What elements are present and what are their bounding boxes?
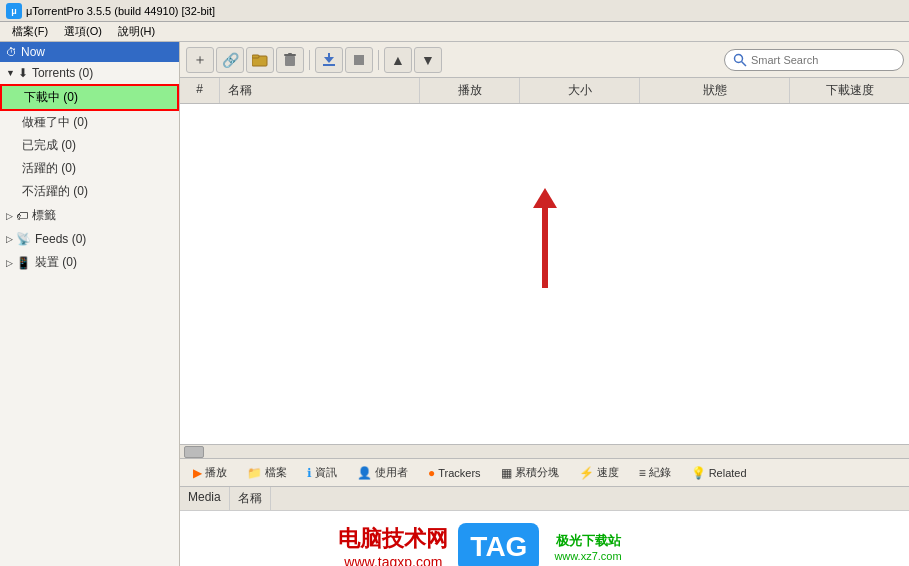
download-button[interactable] xyxy=(315,47,343,73)
title-text: μTorrentPro 3.5.5 (build 44910) [32-bit] xyxy=(26,5,215,17)
labels-expand-icon: ▷ xyxy=(6,211,13,221)
col-speed[interactable]: 下載速度 xyxy=(790,78,909,103)
watermark-line1: 电脑技术网 xyxy=(338,524,448,555)
tab-files-label: 檔案 xyxy=(265,465,287,480)
tab-speed-icon: ⚡ xyxy=(579,466,594,480)
svg-line-10 xyxy=(742,61,747,66)
sidebar-item-now[interactable]: ⏱ Now xyxy=(0,42,179,62)
devices-label: 裝置 (0) xyxy=(35,254,77,271)
search-box[interactable] xyxy=(724,49,904,71)
now-label: Now xyxy=(21,45,45,59)
labels-label: 標籤 xyxy=(32,207,56,224)
bottom-col-name: 名稱 xyxy=(230,487,271,510)
sidebar-item-inactive[interactable]: 不活躍的 (0) xyxy=(0,180,179,203)
menu-help[interactable]: 說明(H) xyxy=(110,22,163,41)
tab-log-label: 紀錄 xyxy=(649,465,671,480)
separator-2 xyxy=(378,50,379,70)
menu-bar: 檔案(F) 選項(O) 說明(H) xyxy=(0,22,909,42)
sidebar-group-labels[interactable]: ▷ 🏷 標籤 xyxy=(0,203,179,228)
table-area: # 名稱 播放 大小 狀態 下載速度 xyxy=(180,78,909,444)
now-icon: ⏱ xyxy=(6,46,17,58)
tab-related-icon: 💡 xyxy=(691,466,706,480)
svg-point-9 xyxy=(735,54,743,62)
tab-users[interactable]: 👤 使用者 xyxy=(348,462,417,483)
sidebar-group-torrents[interactable]: ▼ ⬇ Torrents (0) xyxy=(0,62,179,84)
tab-log-icon: ≡ xyxy=(639,466,646,480)
title-bar: μ μTorrentPro 3.5.5 (build 44910) [32-bi… xyxy=(0,0,909,22)
feeds-label: Feeds (0) xyxy=(35,232,86,246)
feeds-icon: 📡 xyxy=(16,232,31,246)
tab-pieces-label: 累積分塊 xyxy=(515,465,559,480)
tab-pieces-icon: ▦ xyxy=(501,466,512,480)
tab-related-label: Related xyxy=(709,467,747,479)
right-panel: ＋ 🔗 xyxy=(180,42,909,566)
svg-rect-1 xyxy=(252,55,259,58)
sidebar-item-completed[interactable]: 已完成 (0) xyxy=(0,134,179,157)
tab-info[interactable]: ℹ 資訊 xyxy=(298,462,346,483)
torrents-icon: ⬇ xyxy=(18,66,28,80)
delete-button[interactable] xyxy=(276,47,304,73)
tab-files[interactable]: 📁 檔案 xyxy=(238,462,296,483)
tab-play-label: 播放 xyxy=(205,465,227,480)
tag-badge: TAG xyxy=(458,523,539,566)
tab-pieces[interactable]: ▦ 累積分塊 xyxy=(492,462,568,483)
feeds-expand-icon: ▷ xyxy=(6,234,13,244)
down-button[interactable]: ▼ xyxy=(414,47,442,73)
add-button[interactable]: ＋ xyxy=(186,47,214,73)
devices-expand-icon: ▷ xyxy=(6,258,13,268)
right-watermark: 极光下载站 www.xz7.com xyxy=(554,532,621,562)
tab-users-label: 使用者 xyxy=(375,465,408,480)
devices-icon: 📱 xyxy=(16,256,31,270)
col-name[interactable]: 名稱 xyxy=(220,78,420,103)
h-scroll-thumb[interactable] xyxy=(184,446,204,458)
labels-icon: 🏷 xyxy=(16,209,28,223)
sidebar-item-active[interactable]: 活躍的 (0) xyxy=(0,157,179,180)
stop-button[interactable] xyxy=(345,47,373,73)
add-link-button[interactable]: 🔗 xyxy=(216,47,244,73)
menu-options[interactable]: 選項(O) xyxy=(56,22,110,41)
tab-info-icon: ℹ xyxy=(307,466,312,480)
sidebar-item-downloading[interactable]: 下載中 (0) xyxy=(0,84,179,111)
tab-play[interactable]: ▶ 播放 xyxy=(184,462,236,483)
tab-files-icon: 📁 xyxy=(247,466,262,480)
torrents-label: Torrents (0) xyxy=(32,66,93,80)
arrow-up-shape xyxy=(533,188,557,208)
sidebar-group-devices[interactable]: ▷ 📱 裝置 (0) xyxy=(0,250,179,275)
tab-related[interactable]: 💡 Related xyxy=(682,463,756,483)
tab-users-icon: 👤 xyxy=(357,466,372,480)
right-watermark-line1: 极光下载站 xyxy=(554,532,621,550)
svg-rect-4 xyxy=(288,53,292,55)
tab-play-icon: ▶ xyxy=(193,466,202,480)
tab-log[interactable]: ≡ 紀錄 xyxy=(630,462,680,483)
svg-rect-8 xyxy=(354,55,364,65)
col-hash[interactable]: # xyxy=(180,78,220,103)
toolbar: ＋ 🔗 xyxy=(180,42,909,78)
bottom-col-media: Media xyxy=(180,487,230,510)
bottom-content: Media 名稱 电脑技术网 www.tagxp.com TAG 极光下载站 w… xyxy=(180,486,909,566)
col-size[interactable]: 大小 xyxy=(520,78,640,103)
table-header: # 名稱 播放 大小 狀態 下載速度 xyxy=(180,78,909,104)
bottom-content-header: Media 名稱 xyxy=(180,487,909,511)
right-watermark-line2: www.xz7.com xyxy=(554,550,621,562)
search-icon xyxy=(733,53,747,67)
tab-trackers-icon: ● xyxy=(428,466,435,480)
tab-speed-label: 速度 xyxy=(597,465,619,480)
sidebar-group-feeds[interactable]: ▷ 📡 Feeds (0) xyxy=(0,228,179,250)
open-folder-button[interactable] xyxy=(246,47,274,73)
up-button[interactable]: ▲ xyxy=(384,47,412,73)
bottom-tabs: ▶ 播放 📁 檔案 ℹ 資訊 👤 使用者 ● Trackers ▦ 累積分塊 xyxy=(180,458,909,486)
search-input[interactable] xyxy=(751,54,895,66)
svg-rect-6 xyxy=(328,53,330,58)
tab-speed[interactable]: ⚡ 速度 xyxy=(570,462,628,483)
watermark-line2: www.tagxp.com xyxy=(338,554,448,566)
h-scrollbar[interactable] xyxy=(180,444,909,458)
watermark-content: 电脑技术网 www.tagxp.com xyxy=(338,524,448,566)
col-play[interactable]: 播放 xyxy=(420,78,520,103)
app-icon: μ xyxy=(6,3,22,19)
tab-info-label: 資訊 xyxy=(315,465,337,480)
menu-file[interactable]: 檔案(F) xyxy=(4,22,56,41)
sidebar-item-seeding[interactable]: 做種了中 (0) xyxy=(0,111,179,134)
tab-trackers[interactable]: ● Trackers xyxy=(419,463,490,483)
col-status[interactable]: 狀態 xyxy=(640,78,790,103)
arrow-indicator xyxy=(533,188,557,288)
